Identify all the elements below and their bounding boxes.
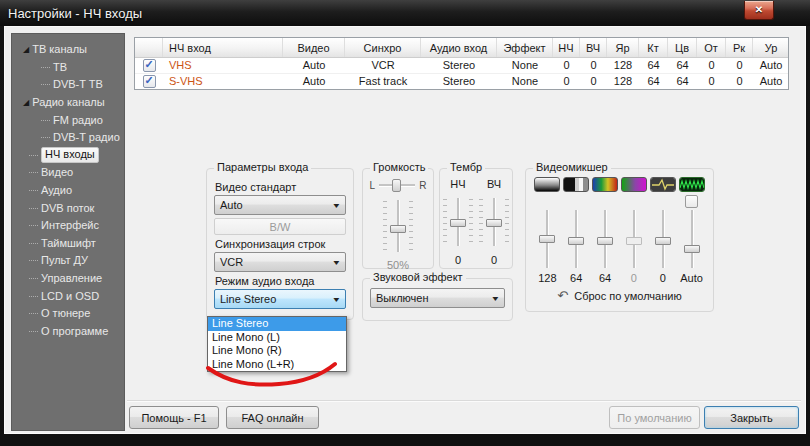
sidebar-item-tv-channels[interactable]: ◢ТВ каналы: [12, 41, 124, 59]
sidebar-item-management[interactable]: Управление: [12, 270, 124, 288]
saturation-value: 64: [599, 272, 611, 284]
column-header-brightness[interactable]: Яр: [607, 38, 639, 57]
chevron-down-icon: ▼: [332, 259, 342, 266]
volume-slider[interactable]: [389, 199, 407, 253]
input-params-group: Параметры входа Видео стандарт Auto ▼ B/…: [206, 168, 354, 320]
slider-thumb[interactable]: [450, 219, 466, 227]
tree-connector: [41, 84, 50, 85]
sync-label: Синхронизация строк: [215, 238, 345, 250]
sharpness-slider[interactable]: [654, 209, 672, 269]
column-header-treble[interactable]: ВЧ: [580, 38, 607, 57]
defaults-button[interactable]: По умолчанию: [609, 406, 700, 429]
tree-expanded-icon: ◢: [23, 98, 29, 107]
faq-online-button[interactable]: FAQ онлайн: [226, 406, 319, 429]
row-checkbox[interactable]: ✓: [143, 75, 156, 88]
sidebar-item-about-program[interactable]: О программе: [12, 323, 124, 341]
sidebar-item-label: Интерфейс: [41, 219, 99, 232]
sidebar-item-timeshift[interactable]: Таймшифт: [12, 235, 124, 253]
tree-connector: [29, 243, 38, 244]
balance-slider[interactable]: [379, 179, 415, 192]
dropdown-option-line-stereo[interactable]: Line Stereo: [208, 317, 346, 331]
cell-level: Auto: [753, 74, 789, 90]
column-header-color[interactable]: Цв: [668, 38, 697, 57]
sidebar-item-fm-radio[interactable]: FM радио: [12, 111, 124, 129]
slider-thumb[interactable]: [684, 245, 700, 253]
sidebar-item-radio-channels[interactable]: ◢Радио каналы: [12, 94, 124, 112]
sidebar-item-about-tuner[interactable]: О тюнере: [12, 305, 124, 323]
sidebar-item-audio[interactable]: Аудио: [12, 182, 124, 200]
slider-thumb[interactable]: [392, 179, 401, 192]
column-header-input[interactable]: НЧ вход: [163, 38, 283, 57]
tree-connector: [29, 278, 38, 279]
saturation-slider[interactable]: [596, 209, 614, 269]
sound-effect-select[interactable]: Выключен ▼: [370, 288, 505, 308]
row-checkbox[interactable]: ✓: [143, 59, 156, 72]
contrast-icon[interactable]: [563, 177, 589, 192]
sidebar-item-dvbt-radio[interactable]: DVB-T радио: [12, 129, 124, 147]
sidebar-item-dvbt-tv[interactable]: DVB-T ТВ: [12, 76, 124, 94]
cell-hue: 0: [697, 74, 726, 90]
dialog-body: ◢ТВ каналы ТВ DVB-T ТВ ◢Радио каналы FM …: [4, 26, 806, 434]
audio-mode-select[interactable]: Line Stereo ▼: [214, 289, 346, 309]
bass-slider[interactable]: [449, 197, 467, 247]
sync-select[interactable]: VCR ▼: [214, 252, 346, 272]
slider-thumb[interactable]: [655, 237, 671, 245]
slider-thumb[interactable]: [539, 235, 555, 243]
tick-marks: [479, 199, 483, 245]
sharpness-icon[interactable]: [650, 177, 676, 192]
brightness-slider[interactable]: [538, 209, 556, 269]
column-header-effect[interactable]: Эффект: [497, 38, 553, 57]
dropdown-option-line-mono-r[interactable]: Line Mono (R): [208, 344, 346, 358]
close-dialog-button[interactable]: Закрыть: [704, 406, 799, 429]
header-checkbox-cell: [135, 38, 163, 57]
dropdown-option-line-mono-l[interactable]: Line Mono (L): [208, 331, 346, 345]
sidebar-item-label: LCD и OSD: [41, 290, 99, 303]
level-value: Auto: [680, 272, 703, 284]
table-row-svhs[interactable]: ✓ S-VHS Auto Fast track Stereo None 0 0 …: [135, 74, 788, 90]
cell-contrast: 64: [639, 58, 668, 73]
cell-color: 64: [668, 58, 697, 73]
treble-slider[interactable]: [485, 197, 503, 247]
cell-sharpness: 0: [726, 58, 753, 73]
saturation-icon[interactable]: [592, 177, 618, 192]
video-standard-select[interactable]: Auto ▼: [214, 195, 346, 215]
sidebar-item-label: Аудио: [41, 184, 72, 197]
brightness-icon[interactable]: [534, 177, 560, 192]
column-header-hue[interactable]: От: [697, 38, 726, 57]
level-slider[interactable]: [683, 209, 701, 269]
sidebar-item-remote-control[interactable]: Пульт ДУ: [12, 252, 124, 270]
slider-thumb[interactable]: [486, 219, 502, 227]
sidebar-item-video[interactable]: Видео: [12, 164, 124, 182]
column-header-level[interactable]: Ур: [753, 38, 789, 57]
contrast-value: 64: [570, 272, 582, 284]
cell-brightness: 128: [607, 58, 639, 73]
sidebar-item-interface[interactable]: Интерфейс: [12, 217, 124, 235]
slider-thumb[interactable]: [597, 237, 613, 245]
close-button[interactable]: ✕: [744, 1, 774, 20]
sidebar-item-tv[interactable]: ТВ: [12, 59, 124, 77]
cell-audio: Stereo: [421, 58, 497, 73]
table-row-vhs[interactable]: ✓ VHS Auto VCR Stereo None 0 0 128 64 64…: [135, 58, 788, 74]
group-title: Звуковой эффект: [370, 271, 466, 283]
slider-thumb[interactable]: [568, 237, 584, 245]
bw-button[interactable]: B/W: [214, 218, 346, 235]
column-header-audio[interactable]: Аудио вход: [421, 38, 497, 57]
slider-thumb[interactable]: [390, 225, 406, 233]
column-header-sharpness[interactable]: Рк: [726, 38, 753, 57]
sidebar-item-dvb-stream[interactable]: DVB поток: [12, 199, 124, 217]
column-header-contrast[interactable]: Кт: [639, 38, 668, 57]
sidebar-item-lcd-osd[interactable]: LCD и OSD: [12, 287, 124, 305]
hue-icon[interactable]: [621, 177, 647, 192]
column-header-bass[interactable]: НЧ: [553, 38, 580, 57]
column-header-video[interactable]: Видео: [283, 38, 345, 57]
titlebar[interactable]: Настройки - НЧ входы ✕: [0, 0, 810, 26]
check-icon: ✓: [144, 75, 153, 86]
reset-defaults-button[interactable]: ↶ Сброс по умолчанию: [557, 289, 681, 302]
sidebar-item-lf-inputs[interactable]: НЧ входы: [12, 147, 124, 165]
contrast-slider[interactable]: [567, 209, 585, 269]
column-header-sync[interactable]: Синхро: [345, 38, 421, 57]
agc-auto-checkbox[interactable]: [685, 195, 698, 208]
help-button[interactable]: Помощь - F1: [129, 406, 219, 429]
cell-treble: 0: [580, 74, 607, 90]
agc-level-icon[interactable]: [679, 177, 705, 192]
